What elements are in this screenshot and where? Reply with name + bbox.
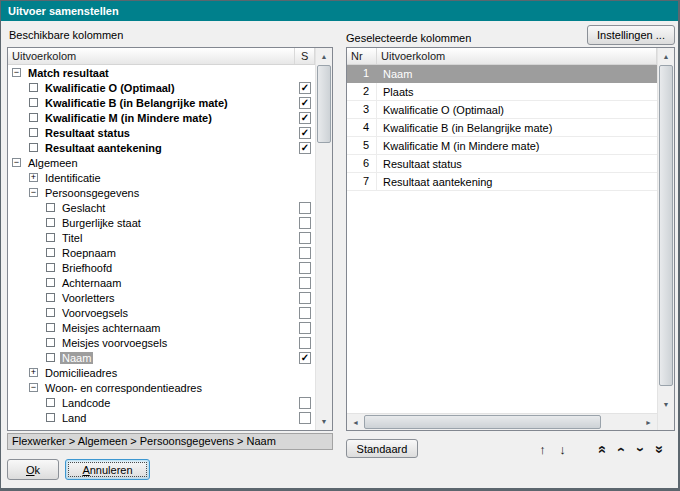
table-row[interactable]: 7Resultaat aantekening — [347, 173, 657, 191]
table-header-uitvoerkolom[interactable]: Uitvoerkolom — [377, 48, 657, 64]
move-one-up-button[interactable]: ‹ — [614, 441, 631, 458]
table-row[interactable]: 1Naam — [347, 65, 657, 83]
table-vertical-scrollbar[interactable]: ▲ ▼ — [657, 48, 674, 430]
available-columns-label: Beschikbare kolommen — [9, 29, 123, 41]
table-row[interactable]: 3Kwalificatie O (Optimaal) — [347, 101, 657, 119]
tree-item[interactable]: Resultaat aantekening✓ — [8, 140, 315, 155]
tree-item-label: Meisjes achternaam — [60, 322, 162, 334]
move-to-bottom-button[interactable]: » — [652, 441, 669, 458]
scroll-left-button[interactable]: ◄ — [347, 414, 364, 430]
row-number: 6 — [347, 155, 377, 172]
tree-header-uitvoerkolom[interactable]: Uitvoerkolom — [8, 48, 295, 64]
expand-icon[interactable]: + — [29, 368, 38, 377]
tree-item[interactable]: Resultaat status✓ — [8, 125, 315, 140]
instellingen-button[interactable]: Instellingen ... — [587, 25, 675, 45]
scroll-thumb[interactable] — [317, 65, 331, 143]
tree-item[interactable]: Burgerlijke staat — [8, 215, 315, 230]
checkbox[interactable] — [299, 262, 311, 274]
checkbox[interactable]: ✓ — [299, 142, 311, 154]
checkbox[interactable] — [299, 412, 311, 424]
tree-item[interactable]: Geslacht — [8, 200, 315, 215]
move-up-button[interactable]: ↑ — [534, 441, 551, 458]
tree-item[interactable]: Meisjes voorvoegsels — [8, 335, 315, 350]
tree-item[interactable]: −Match resultaat — [8, 65, 315, 80]
table-row[interactable]: 5Kwalificatie M (in Mindere mate) — [347, 137, 657, 155]
tree-item[interactable]: Land — [8, 410, 315, 425]
column-icon — [46, 293, 55, 302]
scroll-track[interactable] — [658, 65, 674, 396]
tree-header: Uitvoerkolom S — [8, 48, 315, 65]
row-label: Resultaat aantekening — [377, 176, 657, 188]
move-one-down-button[interactable]: › — [633, 441, 650, 458]
scroll-down-button[interactable]: ▼ — [658, 396, 674, 413]
tree-item[interactable]: Naam✓ — [8, 350, 315, 365]
tree-item[interactable]: Briefhoofd — [8, 260, 315, 275]
table-header-nr[interactable]: Nr — [347, 48, 377, 64]
tree-vertical-scrollbar[interactable]: ▲ ▼ — [315, 48, 332, 430]
standaard-button[interactable]: Standaard — [346, 439, 418, 458]
column-icon — [46, 353, 55, 362]
tree-item[interactable]: Achternaam — [8, 275, 315, 290]
checkbox[interactable]: ✓ — [299, 112, 311, 124]
collapse-icon[interactable]: − — [29, 188, 38, 197]
annuleren-button[interactable]: Annuleren — [65, 459, 150, 480]
tree-item[interactable]: −Woon- en correspondentieadres — [8, 380, 315, 395]
ok-button[interactable]: Ok — [7, 459, 59, 480]
checkbox[interactable] — [299, 247, 311, 259]
checkbox[interactable] — [299, 307, 311, 319]
move-to-top-button[interactable]: « — [595, 441, 612, 458]
checkbox[interactable]: ✓ — [299, 127, 311, 139]
checkbox[interactable] — [299, 292, 311, 304]
collapse-icon[interactable]: − — [12, 158, 21, 167]
row-label: Kwalificatie B (in Belangrijke mate) — [377, 122, 657, 134]
tree-item[interactable]: Kwalificatie M (in Mindere mate)✓ — [8, 110, 315, 125]
checkbox[interactable] — [299, 322, 311, 334]
table-row[interactable]: 6Resultaat status — [347, 155, 657, 173]
checkbox[interactable] — [299, 277, 311, 289]
scroll-right-button[interactable]: ► — [640, 414, 657, 430]
tree-item[interactable]: Kwalificatie B (in Belangrijke mate)✓ — [8, 95, 315, 110]
column-icon — [46, 203, 55, 212]
checkbox[interactable] — [299, 202, 311, 214]
checkbox[interactable]: ✓ — [299, 352, 311, 364]
table-rows: 1Naam2Plaats3Kwalificatie O (Optimaal)4K… — [347, 65, 657, 413]
tree-item[interactable]: Landcode — [8, 395, 315, 410]
tree-item[interactable]: Roepnaam — [8, 245, 315, 260]
tree-header-s[interactable]: S — [295, 48, 315, 64]
move-down-button[interactable]: ↓ — [554, 441, 571, 458]
tree-item[interactable]: Titel — [8, 230, 315, 245]
collapse-icon[interactable]: − — [29, 383, 38, 392]
scroll-up-button[interactable]: ▲ — [316, 48, 332, 65]
table-horizontal-scrollbar[interactable]: ◄ ► — [347, 413, 657, 430]
tree-item[interactable]: −Persoonsgegevens — [8, 185, 315, 200]
tree-item[interactable]: +Domicilieadres — [8, 365, 315, 380]
tree-item[interactable]: Meisjes achternaam — [8, 320, 315, 335]
scroll-thumb[interactable] — [364, 415, 601, 429]
checkbox[interactable] — [299, 337, 311, 349]
tree-item-label: Resultaat aantekening — [43, 142, 164, 154]
checkbox[interactable] — [299, 217, 311, 229]
checkbox[interactable]: ✓ — [299, 82, 311, 94]
column-icon — [29, 83, 38, 92]
tree-item[interactable]: Kwalificatie O (Optimaal)✓ — [8, 80, 315, 95]
checkbox[interactable] — [299, 232, 311, 244]
scroll-up-button[interactable]: ▲ — [658, 48, 674, 65]
s-column-cell: ✓ — [295, 97, 315, 109]
tree-item[interactable]: Voorvoegsels — [8, 305, 315, 320]
s-column-cell — [295, 337, 315, 349]
tree-item[interactable]: +Identificatie — [8, 170, 315, 185]
scroll-down-button[interactable]: ▼ — [316, 413, 332, 430]
expand-icon[interactable]: + — [29, 173, 38, 182]
table-row[interactable]: 4Kwalificatie B (in Belangrijke mate) — [347, 119, 657, 137]
tree-item[interactable]: Voorletters — [8, 290, 315, 305]
tree-item[interactable]: −Algemeen — [8, 155, 315, 170]
checkbox[interactable] — [299, 397, 311, 409]
checkbox[interactable]: ✓ — [299, 97, 311, 109]
s-column-cell — [295, 322, 315, 334]
table-row[interactable]: 2Plaats — [347, 83, 657, 101]
scroll-thumb[interactable] — [659, 65, 673, 386]
collapse-icon[interactable]: − — [12, 68, 21, 77]
scroll-track[interactable] — [316, 65, 332, 413]
s-column-cell — [295, 202, 315, 214]
scroll-track[interactable] — [364, 414, 640, 430]
